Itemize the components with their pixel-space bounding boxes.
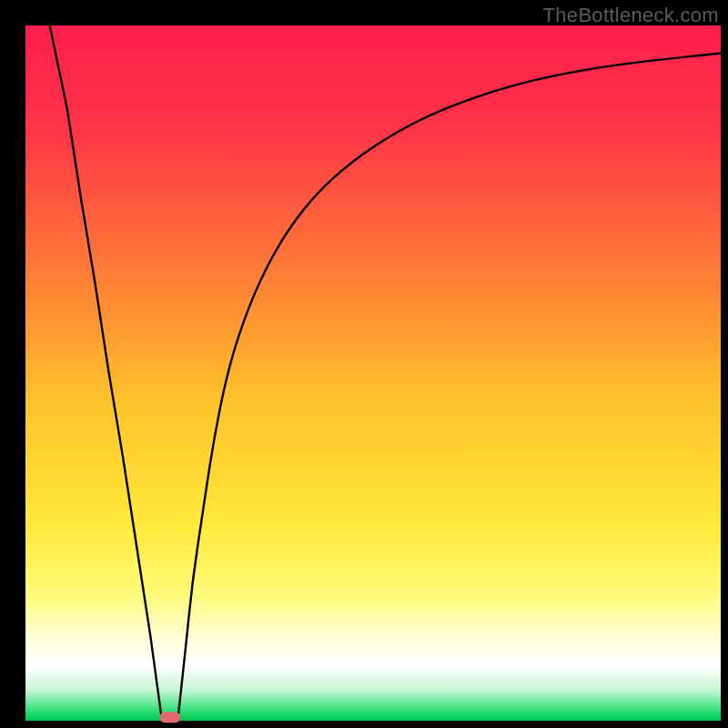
plot-background — [25, 25, 721, 721]
bottleneck-chart — [0, 0, 728, 728]
chart-frame: TheBottleneck.com — [0, 0, 728, 728]
watermark-text: TheBottleneck.com — [543, 4, 719, 27]
bottleneck-marker — [159, 712, 180, 723]
marker-group — [159, 712, 180, 723]
